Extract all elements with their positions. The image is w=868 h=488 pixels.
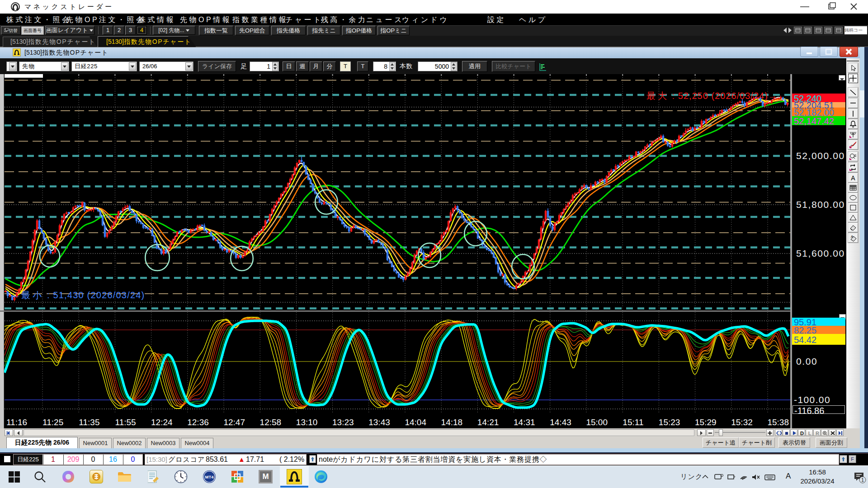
svg-text:1: 1 (861, 477, 864, 483)
svg-text:L: L (808, 431, 811, 436)
svg-text:MT4: MT4 (205, 474, 214, 479)
svg-text:A: A (851, 174, 855, 182)
svg-text:R: R (816, 431, 819, 436)
svg-text:A: A (851, 235, 854, 239)
svg-text:D: D (800, 431, 804, 436)
